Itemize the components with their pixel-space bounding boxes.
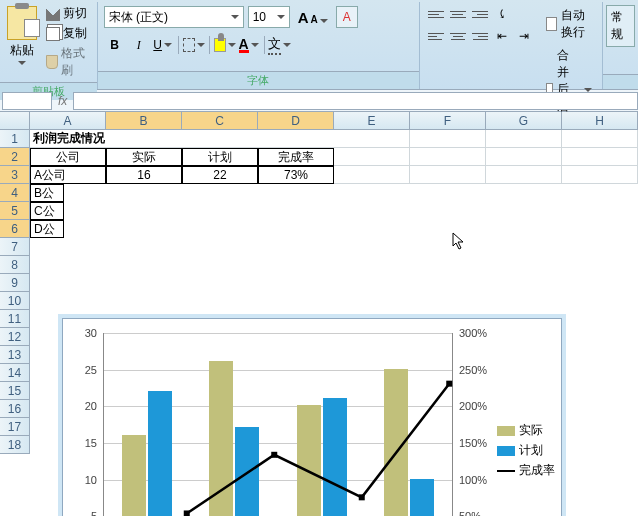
align-top-button[interactable] <box>426 5 446 23</box>
copy-button[interactable]: 复制 <box>44 24 95 43</box>
svg-rect-2 <box>359 494 365 500</box>
legend-swatch <box>497 426 515 436</box>
cell[interactable] <box>486 148 562 166</box>
sheet-row: 4B公 <box>0 184 638 202</box>
column-headers: A B C D E F G H <box>0 112 638 130</box>
name-box[interactable] <box>2 92 52 110</box>
row-header[interactable]: 15 <box>0 382 30 400</box>
legend-item: 完成率 <box>497 462 555 479</box>
cell[interactable] <box>410 148 486 166</box>
decrease-indent-button[interactable]: ⇤ <box>492 27 512 45</box>
col-header[interactable]: G <box>486 112 562 130</box>
cell[interactable] <box>486 166 562 184</box>
line-series <box>143 347 493 516</box>
row-header[interactable]: 5 <box>0 202 30 220</box>
align-group: ⤹ ⇤ ⇥ 自动换行 合并后居中 对齐方式 <box>420 2 603 89</box>
font-color-button[interactable]: A <box>238 34 260 56</box>
align-bottom-button[interactable] <box>470 5 490 23</box>
font-name-combo[interactable]: 宋体 (正文) <box>104 6 244 28</box>
cell[interactable]: 22 <box>182 166 258 184</box>
row-header[interactable]: 7 <box>0 238 30 256</box>
col-header[interactable]: F <box>410 112 486 130</box>
cell[interactable] <box>486 130 562 148</box>
wen-icon: 文 <box>268 35 281 55</box>
align-center-button[interactable] <box>448 27 468 45</box>
cell[interactable]: 完成率 <box>258 148 334 166</box>
cell[interactable]: C公 <box>30 202 64 220</box>
embedded-chart[interactable]: 051015202530 0%50%100%150%200%250%300% A… <box>62 318 562 516</box>
svg-rect-3 <box>446 381 452 387</box>
chevron-down-icon <box>197 43 205 47</box>
underline-button[interactable]: U <box>152 34 174 56</box>
col-header[interactable]: H <box>562 112 638 130</box>
row-header[interactable]: 6 <box>0 220 30 238</box>
col-header[interactable]: A <box>30 112 106 130</box>
cell[interactable] <box>410 130 486 148</box>
italic-button[interactable]: I <box>128 34 150 56</box>
fill-color-button[interactable] <box>214 34 236 56</box>
row-header[interactable]: 3 <box>0 166 30 184</box>
align-right-button[interactable] <box>470 27 490 45</box>
row-header[interactable]: 2 <box>0 148 30 166</box>
row-header[interactable]: 9 <box>0 274 30 292</box>
wrap-text-button[interactable]: 自动换行 <box>542 5 596 43</box>
col-header[interactable]: B <box>106 112 182 130</box>
row-header[interactable]: 1 <box>0 130 30 148</box>
sheet-row: 6D公 <box>0 220 638 238</box>
cell[interactable]: B公 <box>30 184 64 202</box>
row-header[interactable]: 14 <box>0 364 30 382</box>
bucket-icon <box>214 38 226 52</box>
col-header[interactable]: D <box>258 112 334 130</box>
format-painter-button[interactable]: 格式刷 <box>44 44 95 80</box>
cell[interactable] <box>334 130 410 148</box>
chevron-down-icon <box>277 15 285 19</box>
cell[interactable] <box>334 166 410 184</box>
cell[interactable] <box>334 148 410 166</box>
align-left-button[interactable] <box>426 27 446 45</box>
row-header[interactable]: 16 <box>0 400 30 418</box>
scissors-icon <box>46 7 60 21</box>
cell[interactable]: 计划 <box>182 148 258 166</box>
clear-format-button[interactable]: A <box>336 6 358 28</box>
row-header[interactable]: 18 <box>0 436 30 454</box>
cell[interactable]: 实际 <box>106 148 182 166</box>
row-header[interactable]: 17 <box>0 418 30 436</box>
cell[interactable]: 16 <box>106 166 182 184</box>
cell[interactable] <box>562 130 638 148</box>
cell[interactable]: A公司 <box>30 166 106 184</box>
bold-button[interactable]: B <box>104 34 126 56</box>
chart-legend: 实际 计划 完成率 <box>497 419 555 482</box>
orientation-button[interactable]: ⤹ <box>492 5 512 23</box>
wrap-icon <box>546 17 557 31</box>
cut-button[interactable]: 剪切 <box>44 4 95 23</box>
phonetic-button[interactable]: 文 <box>269 34 291 56</box>
row-header[interactable]: 12 <box>0 328 30 346</box>
cell[interactable] <box>562 166 638 184</box>
row-header[interactable]: 8 <box>0 256 30 274</box>
formula-input[interactable] <box>73 92 638 110</box>
cell[interactable]: D公 <box>30 220 64 238</box>
font-size-combo[interactable]: 10 <box>248 6 290 28</box>
border-button[interactable] <box>183 34 205 56</box>
legend-item: 计划 <box>497 442 555 459</box>
y-axis-secondary: 0%50%100%150%200%250%300% <box>457 333 497 516</box>
row-header[interactable]: 4 <box>0 184 30 202</box>
title-cell[interactable]: 利润完成情况 <box>30 130 334 148</box>
cell[interactable] <box>410 166 486 184</box>
font-color-icon: A <box>239 38 249 53</box>
col-header[interactable]: C <box>182 112 258 130</box>
cell[interactable] <box>562 148 638 166</box>
row-header[interactable]: 10 <box>0 292 30 310</box>
col-header[interactable]: E <box>334 112 410 130</box>
increase-indent-button[interactable]: ⇥ <box>514 27 534 45</box>
cell[interactable]: 公司 <box>30 148 106 166</box>
row-header[interactable]: 11 <box>0 310 30 328</box>
align-middle-button[interactable] <box>448 5 468 23</box>
paste-button[interactable]: 粘贴 <box>2 4 42 80</box>
select-all-corner[interactable] <box>0 112 30 130</box>
cell[interactable]: 73% <box>258 166 334 184</box>
font-grow-shrink[interactable]: AA <box>294 9 332 26</box>
row-header[interactable]: 13 <box>0 346 30 364</box>
number-format-button[interactable]: 常规 <box>606 5 635 47</box>
font-group-label: 字体 <box>98 71 419 89</box>
